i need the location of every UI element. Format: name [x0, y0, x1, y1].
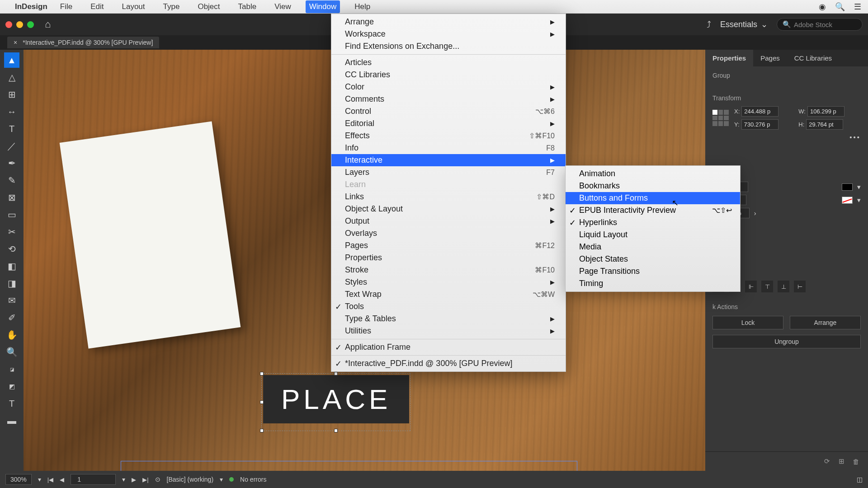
submenu-item-object-states[interactable]: Object States: [566, 253, 740, 265]
preflight-profile[interactable]: [Basic] (working): [167, 476, 213, 483]
free-transform-tool[interactable]: ⟲: [4, 241, 19, 257]
menu-item-output[interactable]: Output▶: [331, 215, 566, 227]
menu-item-object-layout[interactable]: Object & Layout▶: [331, 203, 566, 215]
align-bottom[interactable]: ⊢: [794, 281, 806, 292]
tab-properties[interactable]: Properties: [705, 50, 753, 66]
preflight-menu-icon[interactable]: ⊙: [155, 476, 160, 483]
screen-mode[interactable]: ▬: [4, 413, 19, 428]
first-page-icon[interactable]: |◀: [47, 476, 53, 483]
stroke-color-swatch[interactable]: [842, 183, 853, 191]
gap-tool[interactable]: ↔: [4, 104, 19, 119]
pencil-tool[interactable]: ✎: [4, 173, 19, 188]
menu-item-links[interactable]: Links⇧⌘D: [331, 191, 566, 203]
chevron-down-icon[interactable]: ▾: [857, 183, 861, 191]
menu-item-application-frame[interactable]: ✓Application Frame: [331, 341, 566, 353]
h-field[interactable]: [806, 119, 843, 130]
align-top[interactable]: ⊤: [761, 281, 773, 292]
pen-tool[interactable]: ✒: [4, 155, 19, 171]
menu-item-type-tables[interactable]: Type & Tables▶: [331, 313, 566, 325]
app-name[interactable]: InDesign: [15, 2, 47, 11]
menu-item-stroke[interactable]: Stroke⌘F10: [331, 264, 566, 276]
menu-window[interactable]: Window: [306, 0, 340, 13]
w-field[interactable]: [807, 106, 844, 117]
submenu-item-liquid-layout[interactable]: Liquid Layout: [566, 229, 740, 241]
x-field[interactable]: [741, 106, 778, 117]
type-tool[interactable]: T: [4, 121, 19, 136]
submenu-item-timing[interactable]: Timing: [566, 277, 740, 290]
chevron-down-icon[interactable]: ▾: [38, 476, 41, 483]
menu-item-text-wrap[interactable]: Text Wrap⌥⌘W: [331, 288, 566, 300]
preflight-errors[interactable]: No errors: [240, 476, 266, 483]
page-tool[interactable]: ⊞: [4, 87, 19, 102]
refresh-icon[interactable]: ⟳: [822, 456, 832, 466]
control-center-icon[interactable]: ☰: [854, 2, 861, 12]
next-page-icon[interactable]: ▶: [132, 476, 136, 483]
selection-tool[interactable]: ▲: [4, 52, 19, 68]
menu-item-styles[interactable]: Styles▶: [331, 276, 566, 288]
submenu-item-hyperlinks[interactable]: ✓Hyperlinks: [566, 216, 740, 229]
submenu-item-page-transitions[interactable]: Page Transitions: [566, 265, 740, 277]
eyedropper-tool[interactable]: ✐: [4, 310, 19, 325]
spotlight-icon[interactable]: 🔍: [835, 2, 845, 12]
menu-layout[interactable]: Layout: [118, 0, 149, 13]
hand-tool[interactable]: ✋: [4, 327, 19, 343]
corner-shape-swatch[interactable]: [842, 197, 853, 204]
page-field[interactable]: 1: [71, 474, 116, 485]
chevron-down-icon[interactable]: ▾: [220, 476, 223, 483]
apply-color[interactable]: T: [4, 396, 19, 411]
note-tool[interactable]: ✉: [4, 293, 19, 308]
menu-item-cc-libraries[interactable]: CC Libraries: [331, 69, 566, 81]
last-page-icon[interactable]: ▶|: [142, 476, 148, 483]
delete-icon[interactable]: 🗑: [851, 456, 861, 466]
menu-table[interactable]: Table: [235, 0, 260, 13]
zoom-field[interactable]: 300%: [5, 474, 32, 485]
default-fill-stroke[interactable]: ◩: [4, 379, 19, 394]
rectangle-tool[interactable]: ▭: [4, 207, 19, 222]
align-right[interactable]: ⊩: [745, 281, 757, 292]
view-split-icon[interactable]: ◫: [857, 476, 863, 483]
menu-view[interactable]: View: [271, 0, 295, 13]
menu-item-tools[interactable]: ✓Tools: [331, 300, 566, 313]
menu-item-control[interactable]: Control⌥⌘6: [331, 105, 566, 117]
menu-item-overlays[interactable]: Overlays: [331, 227, 566, 239]
direct-selection-tool[interactable]: △: [4, 70, 19, 85]
stock-search[interactable]: 🔍 Adobe Stock: [777, 18, 863, 31]
document-tab[interactable]: × *Interactive_PDF.indd @ 300% [GPU Prev…: [7, 37, 159, 48]
menu-object[interactable]: Object: [194, 0, 223, 13]
menu-item-info[interactable]: InfoF8: [331, 142, 566, 154]
menu-item-color[interactable]: Color▶: [331, 81, 566, 93]
ungroup-button[interactable]: Ungroup: [712, 335, 861, 348]
prev-page-icon[interactable]: ◀: [60, 476, 64, 483]
chevron-down-icon[interactable]: ▾: [857, 196, 861, 204]
share-icon[interactable]: ⤴: [707, 19, 711, 30]
submenu-item-bookmarks[interactable]: Bookmarks: [566, 180, 740, 192]
menu-type[interactable]: Type: [160, 0, 184, 13]
reference-point[interactable]: [712, 110, 729, 126]
tab-pages[interactable]: Pages: [753, 50, 787, 66]
menu-item-editorial[interactable]: Editorial▶: [331, 117, 566, 130]
submenu-item-media[interactable]: Media: [566, 241, 740, 253]
menu-item-layers[interactable]: LayersF7: [331, 166, 566, 178]
opacity-slider-icon[interactable]: ›: [754, 209, 756, 217]
submenu-item-epub-interactivity-preview[interactable]: ✓EPUB Interactivity Preview⌥⇧↩: [566, 204, 740, 216]
zoom-window-icon[interactable]: [27, 21, 34, 28]
menu-item-comments[interactable]: Comments▶: [331, 93, 566, 105]
scissors-tool[interactable]: ✂: [4, 224, 19, 239]
submenu-item-animation[interactable]: Animation: [566, 168, 740, 180]
fill-stroke-swap[interactable]: ◪: [4, 361, 19, 377]
line-tool[interactable]: ／: [4, 138, 19, 154]
creative-cloud-icon[interactable]: ◉: [819, 2, 826, 12]
new-icon[interactable]: ⊞: [836, 456, 846, 466]
menu-item-properties[interactable]: Properties: [331, 252, 566, 264]
align-vcenter[interactable]: ⊥: [778, 281, 789, 292]
y-field[interactable]: [741, 119, 778, 130]
menu-item-arrange[interactable]: Arrange▶: [331, 16, 566, 28]
menu-edit[interactable]: Edit: [87, 0, 107, 13]
gradient-swatch-tool[interactable]: ◧: [4, 258, 19, 274]
rectangle-frame-tool[interactable]: ⊠: [4, 190, 19, 205]
menu-item-utilities[interactable]: Utilities▶: [331, 325, 566, 337]
close-window-icon[interactable]: [5, 21, 12, 28]
close-tab-icon[interactable]: ×: [14, 39, 17, 46]
menu-file[interactable]: File: [57, 0, 76, 13]
workspace-selector[interactable]: Essentials ⌄: [720, 19, 768, 29]
